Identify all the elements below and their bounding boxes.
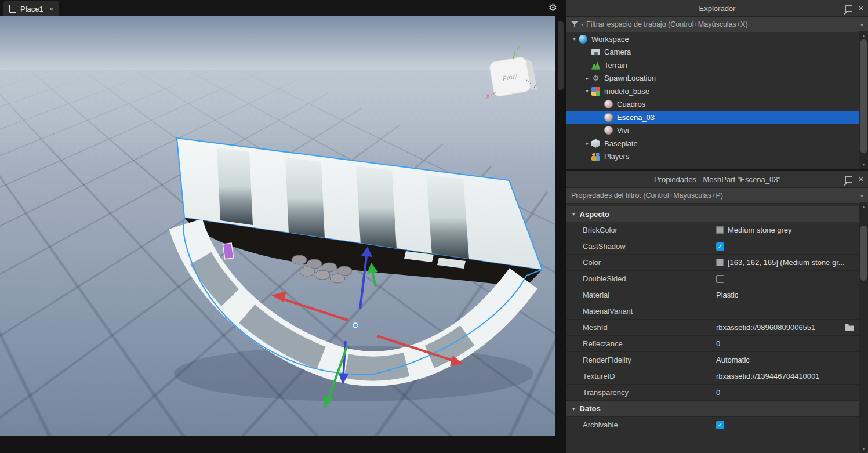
expander-expanded-icon[interactable]: ▾ <box>570 36 579 42</box>
properties-titlebar[interactable]: Propiedades - MeshPart "Escena_03" × <box>566 171 868 188</box>
property-value[interactable]: ✓ <box>711 417 859 433</box>
explorer-titlebar[interactable]: Explorador × <box>566 0 868 17</box>
property-value[interactable]: rbxassetid://98960809006551 <box>711 320 859 335</box>
filter-dropdown-icon[interactable]: ▾ <box>860 193 863 199</box>
checkbox-checked-icon[interactable]: ✓ <box>716 242 724 251</box>
expander-collapsed-icon[interactable]: ▸ <box>583 140 591 146</box>
property-row-meshid: MeshIdrbxassetid://98960809006551 <box>566 320 859 336</box>
tree-item-label: Camera <box>604 48 631 56</box>
section-header-datos[interactable]: ▾Datos <box>566 401 859 417</box>
model-icon <box>591 87 600 96</box>
property-name: MaterialVariant <box>566 303 711 319</box>
part-icon <box>591 139 600 148</box>
tree-item-players[interactable]: Players <box>566 150 859 164</box>
property-row-color: Color[163, 162, 165] (Medium stone gr... <box>566 255 859 271</box>
expander-collapsed-icon[interactable]: ▸ <box>583 75 591 81</box>
scroll-up-icon[interactable]: ▴ <box>859 204 868 209</box>
property-value[interactable] <box>711 271 859 287</box>
property-value[interactable]: ✓ <box>711 238 859 254</box>
float-panel-icon[interactable] <box>845 5 852 12</box>
view-cube[interactable]: Front Y Z X <box>486 46 537 100</box>
property-value[interactable]: Plastic <box>711 287 859 303</box>
section-collapse-icon[interactable]: ▾ <box>572 406 575 412</box>
property-value-text: Plastic <box>716 291 738 299</box>
expander-expanded-icon[interactable]: ▾ <box>583 88 591 94</box>
checkbox-unchecked-icon[interactable] <box>716 275 724 283</box>
section-collapse-icon[interactable]: ▾ <box>572 211 575 217</box>
spawn-icon: ⚙ <box>591 74 600 82</box>
y-axis-label: Y <box>516 46 520 52</box>
float-panel-icon[interactable] <box>845 176 852 183</box>
property-name: RenderFidelity <box>566 352 711 368</box>
scroll-up-icon[interactable]: ▴ <box>859 33 868 38</box>
properties-filter-placeholder: Propiedades del filtro: (Control+Mayúscu… <box>571 191 723 200</box>
tree-item-baseplate[interactable]: ▸Baseplate <box>566 137 859 150</box>
scroll-down-icon[interactable]: ▾ <box>859 446 868 451</box>
property-name: Material <box>566 287 711 303</box>
properties-scrollbar-thumb[interactable] <box>860 226 867 281</box>
tree-item-cuadros[interactable]: Cuadros <box>566 98 859 111</box>
selected-model[interactable] <box>177 138 542 374</box>
tree-item-vivi[interactable]: Vivi <box>566 124 859 137</box>
property-value-text: 0 <box>716 339 720 348</box>
meshpart-icon <box>604 100 613 108</box>
filter-funnel-caret-icon[interactable]: ▾ <box>581 22 583 27</box>
property-value[interactable]: 0 <box>711 385 859 400</box>
scroll-down-icon[interactable]: ▾ <box>859 162 868 167</box>
property-row-doublesided: DoubleSided <box>566 271 859 287</box>
tree-item-spawnlocation[interactable]: ▸⚙SpawnLocation <box>566 72 859 85</box>
browse-folder-icon[interactable] <box>845 324 854 331</box>
explorer-scrollbar-thumb[interactable] <box>860 39 867 153</box>
properties-filter[interactable]: Propiedades del filtro: (Control+Mayúscu… <box>566 188 868 204</box>
tree-item-camera[interactable]: Camera <box>566 46 859 59</box>
tree-item-label: Players <box>604 152 629 161</box>
explorer-scrollbar[interactable]: ▴ ▾ <box>859 31 868 169</box>
color-swatch[interactable] <box>716 226 724 234</box>
camera-icon <box>591 49 600 55</box>
section-header-aspecto[interactable]: ▾Aspecto <box>566 206 859 222</box>
properties-title: Propiedades - MeshPart "Escena_03" <box>654 175 780 184</box>
property-value[interactable]: [163, 162, 165] (Medium stone gr... <box>711 255 859 270</box>
property-row-materialvariant: MaterialVariant <box>566 303 859 320</box>
3d-viewport[interactable]: Front Y Z X <box>0 16 555 436</box>
property-row-archivable: Archivable✓ <box>566 417 859 433</box>
tree-item-label: Cuadros <box>617 100 645 108</box>
explorer-panel: Explorador × ▾ Filtrar espacio de trabaj… <box>566 0 868 169</box>
place-tab[interactable]: Place1 × <box>3 1 59 16</box>
property-value-text: rbxassetid://139446704410001 <box>716 372 820 380</box>
workspace-icon <box>579 35 587 44</box>
gizmo-arrow-red-left[interactable] <box>278 298 348 320</box>
tree-item-terrain[interactable]: Terrain <box>566 59 859 72</box>
gizmo-arrow-green-up[interactable] <box>372 271 376 287</box>
property-value[interactable]: Automatic <box>711 352 859 368</box>
tab-close-icon[interactable]: × <box>49 5 54 13</box>
tree-item-label: SpawnLocation <box>604 74 656 82</box>
gizmo-center-handle[interactable] <box>353 323 358 328</box>
explorer-filter-placeholder: Filtrar espacio de trabajo (Control+Mayú… <box>586 20 748 28</box>
settings-gear-icon[interactable]: ⚙ <box>549 2 557 14</box>
tree-item-modelo_base[interactable]: ▾modelo_base <box>566 85 859 98</box>
property-name: Archivable <box>566 417 711 433</box>
color-swatch[interactable] <box>716 259 724 266</box>
property-row-renderfidelity: RenderFidelityAutomatic <box>566 352 859 368</box>
property-value[interactable] <box>711 303 859 319</box>
property-value[interactable]: rbxassetid://139446704410001 <box>711 368 859 384</box>
tree-item-label: Terrain <box>604 61 627 70</box>
tree-item-workspace[interactable]: ▾Workspace <box>566 32 859 46</box>
wall-window <box>356 166 397 249</box>
meshpart-icon <box>604 126 613 135</box>
tree-item-label: Workspace <box>591 35 629 44</box>
close-panel-icon[interactable]: × <box>859 4 863 12</box>
property-value[interactable]: 0 <box>711 336 859 351</box>
properties-panel: Propiedades - MeshPart "Escena_03" × Pro… <box>566 171 868 453</box>
property-value[interactable]: Medium stone grey <box>711 222 859 238</box>
filter-dropdown-icon[interactable]: ▾ <box>860 21 863 28</box>
property-row-textureid: TextureIDrbxassetid://139446704410001 <box>566 368 859 385</box>
tree-item-escena_03[interactable]: Escena_03 <box>566 111 859 124</box>
checkbox-checked-icon[interactable]: ✓ <box>716 421 724 429</box>
viewport-scrollbar-thumb[interactable] <box>558 21 564 90</box>
filter-funnel-icon <box>571 21 578 28</box>
explorer-filter[interactable]: ▾ Filtrar espacio de trabajo (Control+Ma… <box>566 17 868 32</box>
properties-scrollbar[interactable]: ▴ ▾ <box>859 202 868 453</box>
close-panel-icon[interactable]: × <box>859 175 863 183</box>
